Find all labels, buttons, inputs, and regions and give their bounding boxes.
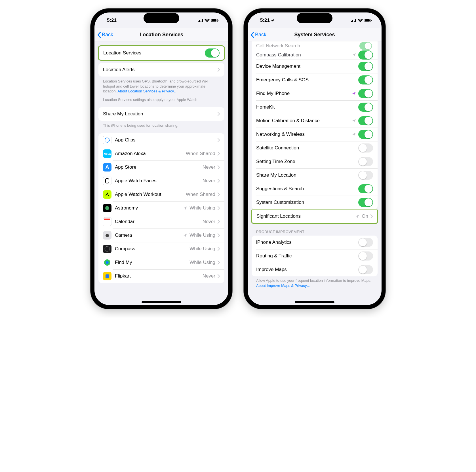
toggle[interactable] [358, 171, 373, 180]
system-row[interactable]: Routing & Traffic [252, 249, 378, 263]
privacy-link[interactable]: About Location Services & Privacy… [117, 89, 178, 93]
toggle[interactable] [358, 50, 373, 60]
row-label: Find My iPhone [256, 91, 352, 96]
toggle[interactable] [358, 116, 373, 125]
app-status: Never [203, 178, 215, 184]
toggle[interactable] [358, 198, 373, 207]
system-row[interactable]: Share My Location [252, 168, 378, 182]
share-my-location-row[interactable]: Share My Location [98, 107, 224, 121]
svg-rect-29 [351, 21, 352, 22]
content-left[interactable]: Location Services Location Alerts Locati… [94, 41, 228, 305]
system-row[interactable]: Compass Calibration [252, 50, 378, 60]
system-row[interactable]: Satellite Connection [252, 141, 378, 155]
app-row-calendar[interactable]: CalendarNever [98, 215, 224, 228]
toggle[interactable] [359, 42, 372, 50]
app-row-astronomy[interactable]: AstronomyWhile Using [98, 201, 224, 215]
app-row-camera[interactable]: CameraWhile Using [98, 228, 224, 242]
app-row-findmy[interactable]: Find MyWhile Using [98, 256, 224, 269]
app-row-alexa[interactable]: alexaAmazon AlexaWhen Shared [98, 147, 224, 160]
chevron-right-icon [218, 247, 220, 251]
system-row[interactable]: Find My iPhone [252, 87, 378, 100]
content-right[interactable]: Cell Network Search Compass CalibrationD… [248, 41, 382, 305]
dynamic-island [144, 13, 179, 23]
system-row[interactable]: iPhone Analytics [252, 236, 378, 249]
svg-rect-34 [365, 19, 370, 22]
toggle[interactable] [358, 251, 373, 261]
phone-left: 5:21 Back Location Services Location Ser… [90, 9, 232, 309]
appclips-icon [103, 136, 111, 144]
row-label: Location Services [103, 50, 205, 56]
system-row[interactable]: Motion Calibration & Distance [252, 114, 378, 128]
dynamic-island [297, 13, 332, 23]
app-row-appclips[interactable]: App Clips [98, 133, 224, 147]
watchfaces-icon [103, 177, 111, 185]
row-label: HomeKit [256, 104, 358, 110]
app-row-workout[interactable]: Apple Watch WorkoutWhen Shared [98, 188, 224, 201]
cell-network-search-row[interactable]: Cell Network Search [252, 41, 378, 50]
app-status: Never [203, 273, 215, 279]
row-label: Device Management [256, 64, 358, 69]
app-row-appstore[interactable]: AApp StoreNever [98, 160, 224, 174]
svg-rect-31 [354, 21, 355, 22]
footer-text: Allow Apple to use your frequent locatio… [252, 276, 378, 288]
toggle[interactable] [358, 238, 373, 247]
row-label: Satellite Connection [256, 145, 358, 151]
toggle[interactable] [358, 103, 373, 112]
home-indicator[interactable] [295, 301, 334, 303]
nav-title: System Services [248, 32, 382, 38]
toggle[interactable] [358, 130, 373, 139]
battery-icon [365, 19, 372, 22]
chevron-right-icon [218, 206, 220, 210]
calendar-icon [103, 217, 111, 226]
svg-rect-35 [371, 20, 372, 21]
screen-left: 5:21 Back Location Services Location Ser… [94, 12, 228, 305]
system-row[interactable]: Setting Time Zone [252, 155, 378, 168]
location-arrow-icon [352, 119, 356, 123]
toggle[interactable] [358, 157, 373, 166]
app-name: Apple Watch Workout [115, 192, 186, 197]
chevron-right-icon [218, 152, 220, 156]
back-button[interactable]: Back [250, 32, 266, 38]
section-header: PRODUCT IMPROVEMENT [252, 223, 378, 236]
cellular-icon [351, 19, 356, 22]
toggle[interactable] [358, 75, 373, 84]
maps-privacy-link[interactable]: About Improve Maps & Privacy… [256, 283, 310, 288]
app-row-compass[interactable]: CompassWhile Using [98, 242, 224, 256]
camera-icon [103, 231, 111, 240]
toggle[interactable] [358, 143, 373, 153]
location-alerts-row[interactable]: Location Alerts [98, 63, 224, 77]
toggle[interactable] [358, 89, 373, 98]
system-row[interactable]: Suggestions & Search [252, 182, 378, 196]
app-name: Calendar [115, 219, 203, 225]
svg-rect-1 [199, 20, 200, 22]
system-row[interactable]: HomeKit [252, 100, 378, 114]
chevron-right-icon [218, 220, 220, 224]
svg-rect-0 [198, 21, 199, 22]
toggle[interactable] [358, 184, 373, 193]
app-row-watchfaces[interactable]: Apple Watch FacesNever [98, 174, 224, 188]
location-services-row[interactable]: Location Services [99, 46, 224, 60]
chevron-right-icon [218, 179, 220, 183]
svg-text:alexa: alexa [104, 153, 111, 156]
system-row[interactable]: Networking & Wireless [252, 128, 378, 141]
chevron-right-icon [218, 233, 220, 237]
location-arrow-icon [352, 132, 356, 136]
back-button[interactable]: Back [97, 32, 113, 38]
highlight-box: Location Services [98, 45, 225, 61]
system-row[interactable]: Device Management [252, 60, 378, 73]
significant-locations-row[interactable]: Significant Locations On [252, 209, 377, 223]
system-row[interactable]: System Customization [252, 196, 378, 209]
system-row[interactable]: Improve Maps [252, 263, 378, 276]
app-row-flipkart[interactable]: FlipkartNever [98, 269, 224, 283]
chevron-right-icon [218, 192, 220, 196]
toggle[interactable] [358, 265, 373, 274]
toggle[interactable] [358, 62, 373, 71]
svg-rect-19 [104, 219, 110, 220]
app-name: Amazon Alexa [115, 151, 186, 156]
footer-text-3: This iPhone is being used for location s… [98, 121, 224, 128]
location-arrow-icon [183, 206, 187, 210]
system-row[interactable]: Emergency Calls & SOS [252, 73, 378, 87]
location-services-toggle[interactable] [205, 48, 220, 58]
home-indicator[interactable] [142, 301, 181, 303]
row-label: Location Alerts [103, 67, 218, 73]
